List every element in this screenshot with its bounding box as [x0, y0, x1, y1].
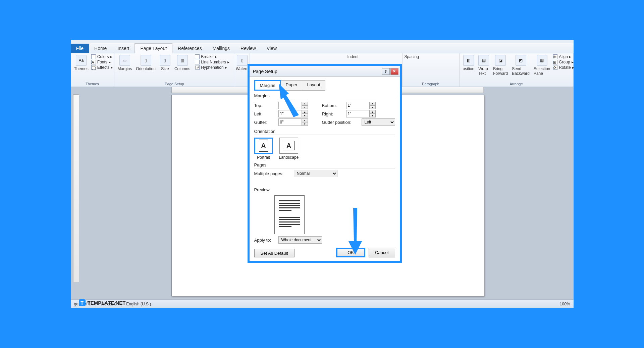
dialog-title-buttons: ? ✕	[382, 68, 398, 75]
fonts-button[interactable]: AFonts ▸	[91, 60, 113, 64]
rotate-icon: ⟳	[553, 65, 557, 70]
page-setup-options: Breaks ▸ Line Numbers ▸ bᵃHyphenation ▸	[195, 54, 229, 70]
colors-button[interactable]: Colors ▸	[91, 54, 113, 59]
right-label: Right:	[322, 111, 343, 116]
size-label: Size	[161, 66, 169, 71]
group-paragraph-title: Paragraph	[405, 81, 457, 86]
margins-columns: Top:▲▼ Left:▲▼ Gutter:▲▼ Bottom:▲▼ Right…	[254, 101, 395, 127]
left-label: Left:	[254, 111, 276, 116]
group-themes-title: Themes	[73, 81, 112, 86]
tab-insert[interactable]: Insert	[112, 44, 135, 53]
landscape-option[interactable]: ALandscape	[279, 138, 299, 160]
word-window: File Home Insert Page Layout References …	[70, 39, 574, 309]
watermark-icon: ▯	[237, 55, 248, 66]
margins-label: Margins	[118, 66, 132, 71]
group-spacing: Spacing Paragraph	[402, 53, 460, 87]
breaks-button[interactable]: Breaks ▸	[195, 54, 229, 59]
effects-button[interactable]: ◯Effects ▸	[91, 65, 113, 70]
margins-button[interactable]: ▭Margins	[116, 54, 133, 72]
wrap-button[interactable]: ▤Wrap Text	[477, 54, 490, 77]
down-icon[interactable]: ▼	[370, 114, 376, 117]
colors-icon	[91, 54, 96, 59]
right-spinner[interactable]: ▲▼	[346, 110, 380, 117]
size-icon: ▯	[160, 55, 170, 66]
line-numbers-button[interactable]: Line Numbers ▸	[195, 60, 229, 64]
preview-box	[274, 195, 305, 234]
vertical-ruler[interactable]	[73, 94, 79, 282]
backward-button[interactable]: ◩Send Backward	[511, 54, 531, 77]
forward-button[interactable]: ◪Bring Forward	[492, 54, 509, 77]
size-button[interactable]: ▯Size	[158, 54, 172, 72]
gutter-pos-label: Gutter position:	[322, 120, 359, 125]
down-icon[interactable]: ▼	[370, 105, 376, 109]
orientation-label: Orientation	[136, 66, 156, 71]
columns-icon: ▥	[177, 55, 188, 66]
tab-references[interactable]: References	[172, 44, 207, 53]
tab-page-layout[interactable]: Page Layout	[135, 43, 172, 53]
orientation-button[interactable]: ▯Orientation	[135, 54, 157, 72]
spacing-label: Spacing	[405, 54, 457, 59]
gutter-label: Gutter:	[254, 120, 276, 125]
landscape-label: Landscape	[279, 155, 299, 160]
cancel-button[interactable]: Cancel	[369, 248, 395, 257]
tab-review[interactable]: Review	[235, 44, 261, 53]
position-button[interactable]: ◧osition	[462, 54, 476, 72]
dialog-tab-margins[interactable]: Margins	[254, 80, 281, 91]
watermark-button[interactable]: ▯Watern	[237, 54, 248, 72]
apply-to-select[interactable]: Whole document	[278, 236, 322, 244]
up-icon[interactable]: ▲	[370, 102, 376, 105]
forward-icon: ◪	[495, 55, 506, 66]
dialog-body: Margins Paper Layout Margins Top:▲▼ Left…	[250, 77, 400, 261]
up-icon[interactable]: ▲	[370, 110, 376, 114]
theme-options: Colors ▸ AFonts ▸ ◯Effects ▸	[91, 54, 113, 70]
status-zoom[interactable]: 100%	[560, 302, 570, 306]
dialog-title: Page Setup	[253, 69, 277, 74]
watermark-label: Watern	[236, 66, 249, 71]
position-icon: ◧	[463, 55, 474, 66]
selection-icon: ▦	[537, 55, 547, 66]
forward-label: Bring Forward	[493, 66, 508, 76]
portrait-label: Portrait	[257, 155, 270, 160]
selection-button[interactable]: ▦Selection Pane	[532, 54, 551, 77]
tab-file[interactable]: File	[71, 44, 89, 53]
right-input[interactable]	[346, 110, 370, 117]
effects-label: Effects	[97, 65, 109, 70]
group-objects-button[interactable]: ⊞Group ▸	[553, 60, 574, 64]
tab-mailings[interactable]: Mailings	[207, 44, 235, 53]
tab-view[interactable]: View	[261, 44, 282, 53]
set-default-button[interactable]: Set As Default	[254, 249, 294, 257]
columns-button[interactable]: ▥Columns	[173, 54, 192, 72]
group-arrange-title: Arrange	[462, 81, 571, 86]
align-label: Align	[559, 54, 568, 59]
themes-icon: Aa	[76, 55, 87, 66]
dialog-tabs: Margins Paper Layout	[254, 80, 395, 91]
template-net-watermark: T TEMPLATE.NET	[79, 299, 126, 306]
rotate-button[interactable]: ⟳Rotate ▸	[553, 65, 574, 70]
wrap-label: Wrap Text	[478, 66, 489, 76]
status-language[interactable]: English (U.S.)	[126, 302, 151, 306]
themes-button[interactable]: AaThemes	[73, 54, 90, 72]
fonts-label: Fonts	[97, 60, 107, 64]
fonts-icon: A	[91, 60, 96, 64]
svg-marker-0	[279, 84, 299, 117]
titlebar	[71, 40, 574, 43]
tab-home[interactable]: Home	[89, 44, 112, 53]
breaks-label: Breaks	[201, 54, 213, 59]
wrap-icon: ▤	[478, 55, 489, 66]
group-arrange: ◧osition ▤Wrap Text ◪Bring Forward ◩Send…	[460, 53, 574, 87]
group-page-setup: ▭Margins ▯Orientation ▯Size ▥Columns Bre…	[114, 53, 235, 87]
multiple-pages-select[interactable]: Normal	[294, 170, 337, 177]
themes-label: Themes	[74, 66, 89, 71]
help-button[interactable]: ?	[382, 68, 390, 75]
dialog-titlebar[interactable]: Page Setup ? ✕	[250, 66, 400, 77]
bottom-input[interactable]	[346, 102, 370, 109]
portrait-option[interactable]: APortrait	[254, 138, 273, 160]
bottom-label: Bottom:	[322, 103, 343, 108]
bottom-spinner[interactable]: ▲▼	[346, 102, 380, 109]
gutter-pos-select[interactable]: Left	[362, 118, 395, 126]
align-button[interactable]: ⊫Align ▸	[553, 54, 574, 59]
hyphenation-button[interactable]: bᵃHyphenation ▸	[195, 65, 229, 70]
selection-label: Selection Pane	[534, 66, 550, 76]
close-button[interactable]: ✕	[390, 68, 398, 75]
section-pages-label: Pages	[254, 162, 395, 168]
